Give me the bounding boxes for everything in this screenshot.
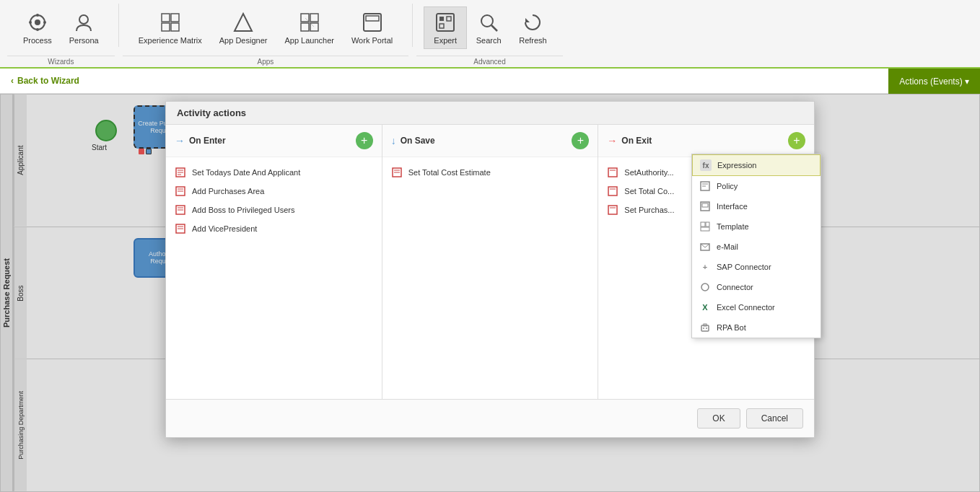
on-exit-icon: →: [607, 135, 617, 146]
process-btn[interactable]: Process: [14, 7, 61, 48]
dropdown-sap-connector-item[interactable]: + SAP Connector: [692, 257, 821, 277]
toolbar: Process Persona Wizards: [0, 0, 980, 69]
persona-btn[interactable]: Persona: [61, 7, 108, 48]
svg-rect-54: [706, 222, 709, 227]
svg-rect-10: [171, 23, 179, 31]
refresh-btn[interactable]: Refresh: [510, 7, 556, 48]
on-enter-title: → On Enter: [175, 135, 226, 146]
dropdown-expression-item[interactable]: fx Expression: [692, 154, 821, 176]
search-btn[interactable]: Search: [467, 7, 510, 48]
advanced-label: Advanced: [416, 56, 563, 67]
connector-icon: [699, 281, 711, 293]
svg-rect-46: [608, 206, 617, 214]
action-icon: [175, 167, 186, 178]
separator-1: [118, 4, 119, 47]
app-designer-icon: [232, 11, 255, 34]
diagram-canvas: Purchase Request Applicant Start Create …: [0, 94, 980, 492]
template-icon: [699, 221, 711, 232]
experience-matrix-icon: [159, 11, 182, 34]
dropdown-interface-item[interactable]: Interface: [692, 196, 821, 216]
svg-rect-9: [162, 23, 170, 31]
on-enter-section: → On Enter + Set Todays Date And Applica…: [166, 125, 382, 399]
dropdown-policy-item[interactable]: Policy: [692, 176, 821, 196]
action-icon: [607, 185, 618, 197]
on-save-section: ↓ On Save + Set Total Cost Estimate: [382, 125, 599, 399]
action-item[interactable]: Add Purchases Area: [166, 182, 382, 201]
rpa-bot-icon: [699, 322, 711, 333]
back-to-wizard-link[interactable]: ‹ Back to Wizard: [11, 76, 79, 86]
advanced-group: Expert Search Refresh: [416, 0, 563, 67]
svg-point-1: [35, 19, 40, 25]
modal-overlay: Activity actions → On Enter +: [0, 94, 980, 492]
experience-matrix-label: Experience Matrix: [139, 36, 202, 45]
action-item[interactable]: Add Boss to Privileged Users: [166, 201, 382, 219]
separator-2: [412, 4, 413, 47]
dropdown-template-item[interactable]: Template: [692, 216, 821, 237]
dropdown-connector-item[interactable]: Connector: [692, 277, 821, 297]
actions-events-button[interactable]: Actions (Events) ▾: [888, 69, 980, 94]
action-item[interactable]: Set Total Cost Estimate: [382, 163, 598, 182]
refresh-label: Refresh: [519, 36, 547, 45]
svg-rect-8: [171, 14, 179, 22]
cancel-button[interactable]: Cancel: [746, 408, 803, 429]
svg-rect-13: [310, 14, 318, 22]
apps-label: Apps: [123, 56, 408, 67]
expert-icon: [434, 11, 457, 34]
app-launcher-label: App Launcher: [284, 36, 334, 45]
svg-point-61: [706, 328, 707, 329]
modal-body: → On Enter + Set Todays Date And Applica…: [166, 125, 814, 399]
work-portal-btn[interactable]: Work Portal: [343, 7, 401, 48]
svg-rect-14: [301, 23, 309, 31]
action-item[interactable]: Add VicePresident: [166, 219, 382, 238]
svg-rect-42: [608, 168, 617, 177]
svg-point-4: [36, 28, 39, 31]
process-label: Process: [23, 36, 52, 45]
ok-button[interactable]: OK: [697, 408, 740, 429]
on-save-add-button[interactable]: +: [572, 132, 589, 149]
sap-connector-icon: +: [699, 261, 711, 273]
svg-point-3: [43, 21, 46, 24]
main-area: ‹ Back to Wizard Actions (Events) ▾ Purc…: [0, 69, 980, 492]
action-icon: [175, 223, 186, 234]
dropdown-rpa-bot-item[interactable]: RPA Bot: [692, 317, 821, 338]
interface-icon: [699, 201, 711, 212]
modal-title: Activity actions: [166, 102, 814, 125]
action-icon: [175, 204, 186, 216]
on-enter-items: Set Todays Date And Applicant Add Purcha…: [166, 157, 382, 244]
on-save-header: ↓ On Save +: [382, 125, 598, 157]
svg-rect-7: [162, 14, 170, 22]
action-item[interactable]: Set Todays Date And Applicant: [166, 163, 382, 182]
apps-group: Experience Matrix App Designer: [123, 0, 408, 67]
svg-line-24: [491, 25, 497, 31]
expert-btn[interactable]: Expert: [424, 6, 467, 49]
wizards-group: Process Persona Wizards: [7, 0, 115, 67]
back-to-wizard-label: Back to Wizard: [17, 76, 79, 86]
search-label: Search: [476, 36, 502, 45]
on-enter-icon: →: [175, 135, 185, 146]
refresh-icon: [521, 11, 544, 34]
action-icon: [175, 185, 186, 197]
expert-label: Expert: [434, 36, 457, 45]
svg-point-23: [481, 15, 493, 27]
app-launcher-btn[interactable]: App Launcher: [276, 7, 343, 48]
on-enter-add-button[interactable]: +: [356, 132, 373, 149]
svg-rect-22: [439, 24, 444, 28]
svg-point-57: [701, 284, 709, 291]
process-icon: [26, 11, 49, 34]
svg-rect-53: [701, 222, 705, 227]
app-launcher-icon: [298, 11, 321, 34]
dropdown-email-item[interactable]: e-Mail: [692, 237, 821, 257]
action-icon: [391, 167, 403, 178]
persona-label: Persona: [69, 36, 99, 45]
persona-icon: [72, 11, 95, 34]
experience-matrix-btn[interactable]: Experience Matrix: [130, 7, 211, 48]
on-exit-add-button[interactable]: +: [788, 132, 805, 149]
app-designer-btn[interactable]: App Designer: [211, 7, 276, 48]
svg-rect-44: [608, 187, 617, 196]
svg-point-60: [703, 328, 704, 329]
svg-rect-20: [439, 17, 444, 21]
dropdown-excel-connector-item[interactable]: X Excel Connector: [692, 297, 821, 317]
on-save-title: ↓ On Save: [391, 135, 435, 146]
work-portal-icon: [361, 11, 384, 34]
excel-connector-icon: X: [699, 302, 711, 313]
